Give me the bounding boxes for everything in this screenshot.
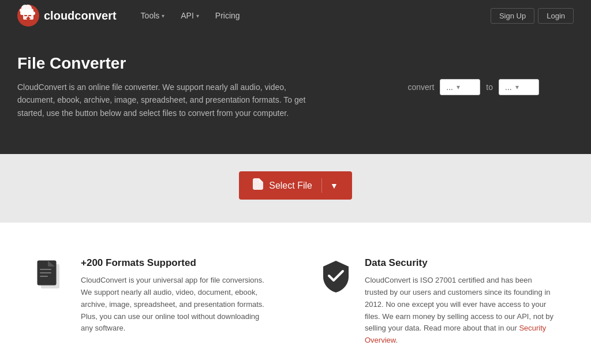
api-caret-icon: ▾ <box>196 13 199 19</box>
convert-label: convert <box>407 82 434 92</box>
feature-security-content: Data Security CloudConvert is ISO 27001 … <box>365 257 556 347</box>
svg-rect-8 <box>40 269 51 270</box>
tools-caret-icon: ▾ <box>162 13 164 19</box>
login-button[interactable]: Login <box>538 8 574 24</box>
to-chevron-icon: ▾ <box>515 83 519 91</box>
svg-rect-10 <box>40 276 48 277</box>
feature-security-desc: CloudConvert is ISO 27001 certified and … <box>365 275 556 347</box>
select-file-button[interactable]: Select File ▼ <box>239 171 352 200</box>
feature-formats-title: +200 Formats Supported <box>81 257 272 269</box>
nav-auth: Sign Up Login <box>491 8 574 24</box>
select-file-arrow[interactable]: ▼ <box>322 181 338 190</box>
select-file-label: Select File <box>269 181 312 191</box>
navbar: cloudconvert Tools ▾ API ▾ Pricing Sign … <box>0 0 591 31</box>
feature-formats: +200 Formats Supported CloudConvert is y… <box>35 257 272 347</box>
feature-security-title: Data Security <box>365 257 556 269</box>
hero-content: File Converter CloudConvert is an online… <box>17 54 317 119</box>
file-icon <box>253 178 263 193</box>
chevron-down-icon: ▼ <box>330 181 338 190</box>
select-file-main: Select File <box>253 178 322 193</box>
feature-formats-desc: CloudConvert is your universal app for f… <box>81 275 272 335</box>
features-section: +200 Formats Supported CloudConvert is y… <box>0 223 591 364</box>
brand-logo-icon <box>17 5 39 27</box>
shield-check-icon <box>319 260 353 299</box>
signup-button[interactable]: Sign Up <box>491 8 534 24</box>
svg-rect-9 <box>40 272 51 273</box>
files-icon <box>35 260 69 301</box>
brand-name: cloudconvert <box>44 9 117 22</box>
brand-logo-link[interactable]: cloudconvert <box>17 5 117 27</box>
hero-description: CloudConvert is an online file converter… <box>17 81 317 119</box>
nav-pricing[interactable]: Pricing <box>208 7 247 24</box>
to-label: to <box>486 82 493 92</box>
feature-formats-content: +200 Formats Supported CloudConvert is y… <box>81 257 272 335</box>
from-format-select[interactable]: ... ▾ <box>440 79 480 95</box>
features-grid: +200 Formats Supported CloudConvert is y… <box>0 234 591 364</box>
nav-tools[interactable]: Tools ▾ <box>134 7 172 24</box>
nav-links: Tools ▾ API ▾ Pricing <box>134 7 491 24</box>
feature-security: Data Security CloudConvert is ISO 27001 … <box>319 257 556 347</box>
convert-controls: convert ... ▾ to ... ▾ <box>407 79 539 95</box>
nav-api[interactable]: API ▾ <box>174 7 206 24</box>
from-chevron-icon: ▾ <box>457 83 460 91</box>
hero-title: File Converter <box>17 54 317 73</box>
hero-section: File Converter CloudConvert is an online… <box>0 31 591 154</box>
to-format-select[interactable]: ... ▾ <box>499 79 539 95</box>
select-file-area: Select File ▼ <box>0 154 591 223</box>
